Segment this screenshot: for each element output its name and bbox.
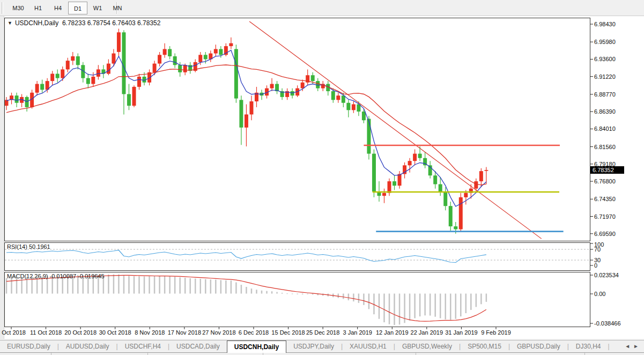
macd-plot[interactable] [6, 275, 487, 325]
macd-hist-bar [154, 276, 156, 294]
tab-usdcad-daily[interactable]: USDCAD,Daily [169, 341, 227, 352]
terminal-window: M30H1H4D1W1MN ▼USDCNH,Daily 6.78233 6.78… [0, 0, 644, 355]
macd-hist-bar [399, 294, 401, 325]
price-axis-label: 6.71970 [594, 213, 616, 220]
macd-hist-bar [251, 289, 253, 293]
macd-hist-bar [123, 275, 125, 293]
macd-hist-bar [266, 291, 268, 294]
macd-hist-bar [11, 278, 12, 293]
tab-scroll-right-icon[interactable]: ► [633, 343, 642, 349]
macd-hist-bar [113, 275, 115, 294]
rsi-value: 50.1961 [29, 243, 50, 250]
date-axis-label: 2 Oct 2018 [0, 329, 26, 336]
status-bar [0, 353, 644, 355]
chart-tab-bar: ◄► EURUSD,Daily|AUDUSD,Daily|USDCHF,H4|U… [0, 340, 644, 353]
macd-hist-bar [241, 285, 242, 293]
macd-hist-bar [195, 279, 196, 294]
statusbar-divider [584, 353, 585, 355]
macd-hist-bar [108, 275, 109, 293]
date-axis-label: 11 Oct 2018 [30, 329, 62, 336]
rsi-axis-label: 70 [594, 246, 601, 253]
rsi-plot[interactable] [5, 249, 589, 263]
candlestick-plot[interactable] [5, 21, 564, 239]
macd-hist-bar [261, 291, 263, 294]
tab-separator: | [608, 341, 610, 352]
date-axis-label: 12 Jan 2019 [376, 329, 409, 336]
macd-hist-bar [235, 283, 237, 294]
macd-hist-bar [282, 293, 283, 294]
macd-hist-bar [486, 294, 487, 302]
price-axis-label: 6.98430 [594, 21, 616, 27]
date-axis-label: 30 Oct 2018 [99, 329, 131, 336]
macd-hist-bar [460, 294, 462, 317]
price-axis-label: 6.69590 [594, 231, 616, 237]
tab-gbpusd-weekly[interactable]: GBPUSD,Weekly [395, 341, 459, 352]
macd-hist-bar [414, 294, 416, 319]
price-axis-label: 6.76800 [594, 178, 616, 184]
macd-hist-bar [363, 294, 365, 305]
macd-hist-bar [353, 294, 354, 302]
tab-sp500-m15[interactable]: SP500,M15 [461, 341, 508, 352]
tab-scroll-left-icon[interactable]: ◄ [625, 343, 633, 349]
macd-hist-bar [379, 294, 380, 319]
macd-hist-bar [419, 294, 421, 317]
tab-gbpusd-daily[interactable]: GBPUSD,Daily [510, 341, 567, 352]
macd-hist-bar [389, 294, 390, 324]
macd-hist-bar [476, 294, 477, 307]
macd-hist-bar [307, 294, 308, 294]
tab-audusd-daily[interactable]: AUDUSD,Daily [59, 341, 116, 352]
macd-hist-bar [256, 290, 257, 293]
candles [5, 29, 488, 234]
descending-trendline[interactable] [249, 21, 542, 239]
macd-hist-bar [16, 278, 18, 294]
macd-hist-bar [189, 278, 191, 294]
macd-axis-label: 0.023534 [594, 272, 619, 278]
macd-hist-bar [225, 280, 227, 294]
date-axis-label: 15 Dec 2018 [271, 329, 305, 336]
chart-title: ▼USDCNH,Daily 6.78233 6.78754 6.76403 6.… [8, 19, 160, 27]
tab-usdjpy-daily[interactable]: USDJPY,Daily [286, 341, 341, 352]
date-axis-label: 31 Jan 2019 [445, 329, 478, 336]
tab-usdchf-h4[interactable]: USDCHF,H4 [118, 341, 168, 352]
macd-hist-bar [383, 294, 385, 323]
macd-hist-bar [480, 294, 482, 305]
macd-hist-bar [220, 280, 222, 293]
date-axis-label: 22 Jan 2019 [411, 329, 443, 336]
statusbar-divider [263, 353, 263, 355]
collapse-triangle-icon[interactable]: ▼ [8, 20, 12, 26]
macd-hist-bar [455, 294, 457, 319]
macd-hist-bar [174, 277, 176, 293]
date-axis-label: 6 Dec 2018 [239, 329, 269, 336]
macd-hist-bar [445, 294, 446, 320]
macd-hist-bar [184, 278, 186, 293]
macd-hist-bar [271, 291, 273, 293]
macd-hist-bar [215, 280, 217, 294]
macd-hist-bar [144, 276, 145, 293]
price-axis-label: 6.93600 [594, 56, 616, 62]
macd-hist-bar [373, 294, 375, 315]
price-axis-label: 6.95980 [594, 39, 616, 45]
price-axis-label: 6.74350 [594, 196, 616, 202]
tab-xauusd-h1[interactable]: XAUUSD,H1 [343, 341, 394, 352]
macd-values: -0.010087 -0.019645 [49, 273, 104, 279]
chart-title-ohlc: 6.78233 6.78754 6.76403 6.78352 [62, 19, 161, 27]
price-axis-label: 6.86390 [594, 108, 616, 115]
statusbar-divider [51, 353, 51, 355]
date-axis-label: 9 Feb 2019 [481, 329, 511, 336]
price-axis-label: 6.88770 [594, 91, 616, 98]
macd-hist-bar [338, 294, 339, 298]
chart-canvas[interactable] [0, 0, 644, 355]
statusbar-divider [416, 353, 416, 355]
date-axis-label: 25 Dec 2018 [306, 329, 339, 336]
tab-dj30-h4[interactable]: DJ30,H4 [569, 341, 608, 352]
macd-hist-bar [358, 294, 360, 303]
macd-hist-bar [450, 294, 451, 320]
macd-axis-label: 0.00 [594, 291, 605, 297]
macd-hist-bar [434, 294, 436, 317]
macd-hist-bar [149, 276, 150, 293]
macd-hist-bar [210, 279, 212, 293]
tab-eurusd-daily[interactable]: EURUSD,Daily [0, 341, 57, 352]
tab-usdcnh-daily[interactable]: USDCNH,Daily [227, 341, 286, 353]
macd-hist-bar [348, 294, 350, 300]
macd-hist-bar [394, 294, 395, 326]
